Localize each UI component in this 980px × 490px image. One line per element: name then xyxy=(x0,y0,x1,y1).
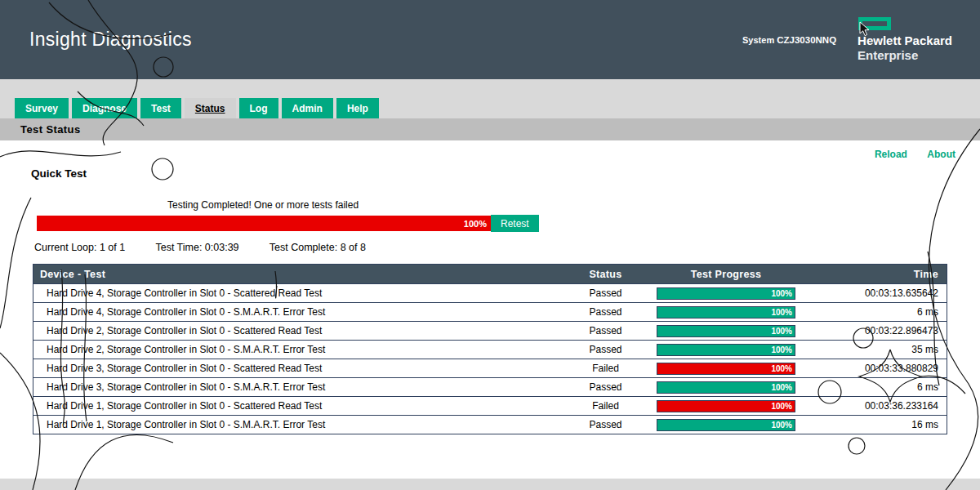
status-cell: Failed xyxy=(561,397,651,416)
device-test-cell: Hard Drive 1, Storage Controller in Slot… xyxy=(33,416,561,434)
status-cell: Passed xyxy=(561,378,651,397)
column-header: Test Progress xyxy=(651,265,802,284)
app-title: Insight Diagnostics xyxy=(29,29,192,51)
column-header: Status xyxy=(561,265,651,284)
tab-survey[interactable]: Survey xyxy=(15,98,69,118)
device-test-cell: Hard Drive 1, Storage Controller in Slot… xyxy=(33,397,561,416)
content-panel: Reload About Quick Test Testing Complete… xyxy=(0,140,980,479)
tab-log[interactable]: Log xyxy=(239,98,278,118)
time-cell: 00:03:13.635642 xyxy=(802,284,947,303)
quick-test-title: Quick Test xyxy=(31,167,980,180)
table-row: Hard Drive 4, Storage Controller in Slot… xyxy=(33,303,947,322)
progress-cell: 100% xyxy=(651,322,802,341)
progress-cell: 100% xyxy=(651,416,802,434)
row-progress-bar: 100% xyxy=(657,363,795,375)
row-progress-bar: 100% xyxy=(657,325,795,337)
device-test-cell: Hard Drive 3, Storage Controller in Slot… xyxy=(33,359,561,378)
table-row: Hard Drive 3, Storage Controller in Slot… xyxy=(33,378,947,397)
device-test-cell: Hard Drive 2, Storage Controller in Slot… xyxy=(33,322,561,341)
about-link[interactable]: About xyxy=(927,149,956,160)
progress-cell: 100% xyxy=(651,341,802,359)
current-loop: Current Loop: 1 of 1 xyxy=(34,242,125,253)
time-cell: 6 ms xyxy=(802,303,947,322)
time-cell: 35 ms xyxy=(802,341,947,359)
table-row: Hard Drive 2, Storage Controller in Slot… xyxy=(33,341,947,359)
table-row: Hard Drive 3, Storage Controller in Slot… xyxy=(33,359,947,378)
table-row: Hard Drive 4, Storage Controller in Slot… xyxy=(33,284,947,303)
test-stats: Current Loop: 1 of 1 Test Time: 0:03:39 … xyxy=(34,242,980,253)
status-cell: Passed xyxy=(561,284,651,303)
device-test-cell: Hard Drive 2, Storage Controller in Slot… xyxy=(33,341,561,359)
completion-message: Testing Completed! One or more tests fai… xyxy=(167,199,980,211)
progress-cell: 100% xyxy=(651,303,802,322)
row-progress-label: 100% xyxy=(771,327,795,336)
tab-test[interactable]: Test xyxy=(140,98,181,118)
status-cell: Passed xyxy=(561,416,651,434)
overall-progress-bar: 100% xyxy=(37,216,491,231)
utility-links: Reload About xyxy=(0,140,980,161)
row-progress-label: 100% xyxy=(771,345,795,354)
tab-help[interactable]: Help xyxy=(336,98,379,118)
hpe-logo-line2: Enterprise xyxy=(858,48,952,62)
row-progress-bar: 100% xyxy=(657,381,795,394)
row-progress-label: 100% xyxy=(771,402,795,411)
tab-status[interactable]: Status xyxy=(185,98,236,118)
row-progress-label: 100% xyxy=(771,308,795,317)
overall-progress-row: 100% Retest xyxy=(37,215,980,232)
retest-button[interactable]: Retest xyxy=(491,215,539,232)
section-title: Test Status xyxy=(20,123,81,136)
row-progress-label: 100% xyxy=(771,364,795,373)
status-cell: Passed xyxy=(561,303,651,322)
progress-cell: 100% xyxy=(651,378,802,397)
time-cell: 6 ms xyxy=(802,378,947,397)
progress-cell: 100% xyxy=(651,359,802,378)
row-progress-label: 100% xyxy=(771,421,795,430)
time-cell: 16 ms xyxy=(802,416,947,434)
row-progress-label: 100% xyxy=(771,289,795,298)
tab-admin[interactable]: Admin xyxy=(282,98,333,118)
time-cell: 00:03:22.896473 xyxy=(802,322,947,341)
system-value: CZJ3030NNQ xyxy=(777,35,836,45)
row-progress-bar: 100% xyxy=(657,287,795,300)
table-row: Hard Drive 1, Storage Controller in Slot… xyxy=(33,397,947,416)
results-table: Device - TestStatusTest ProgressTime Har… xyxy=(33,264,947,434)
system-label: System xyxy=(742,35,774,45)
test-complete: Test Complete: 8 of 8 xyxy=(270,242,366,253)
status-cell: Passed xyxy=(561,322,651,341)
device-test-cell: Hard Drive 4, Storage Controller in Slot… xyxy=(33,284,561,303)
overall-progress-label: 100% xyxy=(464,219,491,229)
table-row: Hard Drive 1, Storage Controller in Slot… xyxy=(33,416,947,434)
table-row: Hard Drive 2, Storage Controller in Slot… xyxy=(33,322,947,341)
status-cell: Passed xyxy=(561,341,651,359)
test-time: Test Time: 0:03:39 xyxy=(155,242,238,253)
row-progress-bar: 100% xyxy=(657,306,795,318)
time-cell: 00:03:33.880829 xyxy=(802,359,947,378)
row-progress-bar: 100% xyxy=(657,344,795,356)
column-header: Time xyxy=(802,265,947,284)
column-header: Device - Test xyxy=(33,265,561,284)
time-cell: 00:03:36.233164 xyxy=(802,397,947,416)
tab-diagnose[interactable]: Diagnose xyxy=(72,98,137,118)
row-progress-bar: 100% xyxy=(657,400,795,412)
app-header: Insight Diagnostics System CZJ3030NNQ He… xyxy=(0,0,980,79)
status-cell: Failed xyxy=(561,359,651,378)
reload-link[interactable]: Reload xyxy=(875,149,907,160)
row-progress-bar: 100% xyxy=(657,419,795,431)
progress-cell: 100% xyxy=(651,397,802,416)
progress-cell: 100% xyxy=(651,284,802,303)
system-id: System CZJ3030NNQ xyxy=(742,35,836,45)
mouse-cursor-icon xyxy=(859,21,872,38)
tab-bar: SurveyDiagnoseTestStatusLogAdminHelp xyxy=(15,98,980,118)
device-test-cell: Hard Drive 4, Storage Controller in Slot… xyxy=(33,303,561,322)
device-test-cell: Hard Drive 3, Storage Controller in Slot… xyxy=(33,378,561,397)
row-progress-label: 100% xyxy=(771,383,795,392)
section-bar: Test Status xyxy=(0,118,980,140)
table-header-row: Device - TestStatusTest ProgressTime xyxy=(33,265,947,284)
